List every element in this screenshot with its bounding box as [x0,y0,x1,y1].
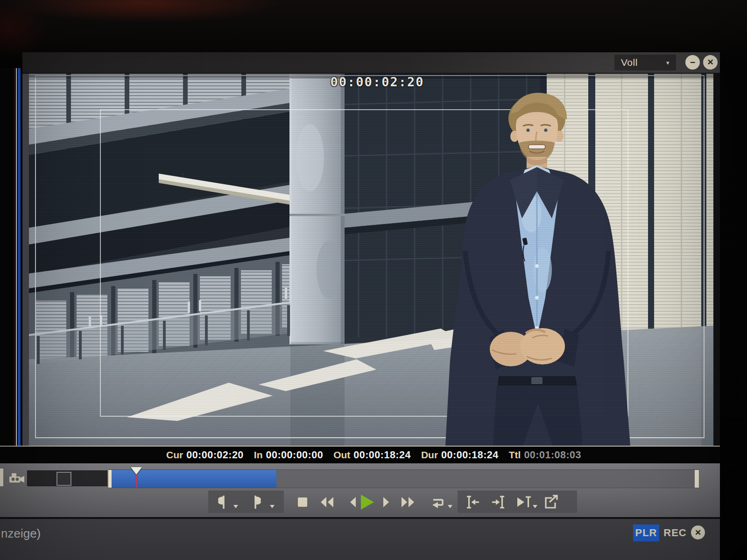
tab-player[interactable]: PLR [633,525,659,541]
dur-label: Dur [421,449,438,461]
set-in-dropdown-icon[interactable] [233,504,239,509]
close-button[interactable]: ✕ [703,55,718,70]
play-around-dropdown-icon[interactable] [532,504,538,509]
adjacent-window-edge [0,68,21,450]
tab-player-label: PLR [635,527,657,539]
cur-label: Cur [166,449,183,461]
position-bar-end-cap [695,470,699,488]
export-button[interactable] [542,494,559,511]
minimize-icon: − [690,58,695,67]
loop-dropdown-icon[interactable] [447,504,453,509]
status-truncated-text: nzeige) [1,526,41,541]
previous-frame-button[interactable] [348,495,357,509]
tab-recorder-label: REC [663,527,686,539]
dur-value: 00:00:18:24 [441,449,499,461]
scrubber-row [0,464,720,490]
position-bar-start-cap [108,470,112,488]
out-value: 00:00:18:24 [353,449,411,461]
chevron-down-icon: ▾ [666,59,669,66]
go-to-out-point-button[interactable] [490,494,507,510]
out-timecode: Out 00:00:18:24 [333,449,411,461]
close-icon: ✕ [707,58,713,66]
current-timecode: Cur 00:00:02:20 [166,449,244,461]
fast-forward-button[interactable] [400,495,416,509]
in-label: In [254,449,263,461]
status-close-button[interactable]: ✕ [691,525,705,539]
loop-playback-button[interactable] [429,494,446,510]
window-edge-line [14,68,14,450]
playhead-handle[interactable] [131,467,142,475]
in-timecode: In 00:00:00:00 [254,449,323,461]
transport-controls [0,490,720,514]
play-button[interactable] [359,492,376,512]
set-in-point-button[interactable] [215,494,228,511]
timecode-overlay: 00:00:02:20 [321,75,433,89]
preview-player-window: Voll ▾ − ✕ [22,52,720,560]
position-bar[interactable] [108,469,699,488]
status-strip: nzeige) PLR REC ✕ [0,517,720,560]
player-controls-panel [0,463,720,517]
panel-edge-chip [0,469,3,486]
tab-recorder[interactable]: REC [662,525,688,541]
camera-icon [8,471,25,486]
window-edge-line [16,68,17,450]
window-selection-border [18,68,21,450]
in-value: 00:00:00:00 [266,449,323,461]
ttl-label: Ttl [509,449,521,461]
close-icon: ✕ [695,528,701,538]
video-preview-area: 00:00:02:20 [22,74,720,446]
rewind-button[interactable] [318,495,335,509]
zoom-mini-slider[interactable] [27,470,107,486]
ttl-value: 00:01:08:03 [524,449,581,461]
preview-video [29,74,713,446]
minimize-button[interactable]: − [685,55,700,70]
view-mode-dropdown[interactable]: Voll ▾ [614,55,676,70]
out-label: Out [333,449,350,461]
cur-value: 00:00:02:20 [186,449,244,461]
duration-timecode: Dur 00:00:18:24 [421,449,499,461]
zoom-slider-knob[interactable] [56,472,71,486]
set-out-point-button[interactable] [251,494,264,511]
go-to-in-point-button[interactable] [464,494,481,510]
play-around-position-button[interactable] [515,494,532,510]
stop-button[interactable] [296,496,309,509]
total-timecode: Ttl 00:01:08:03 [509,449,581,461]
titlebar: Voll ▾ − ✕ [22,52,720,74]
view-mode-label: Voll [621,57,638,68]
timecode-info-bar: Cur 00:00:02:20 In 00:00:00:00 Out 00:00… [0,446,720,463]
set-out-dropdown-icon[interactable] [269,504,275,509]
next-frame-button[interactable] [382,495,391,509]
